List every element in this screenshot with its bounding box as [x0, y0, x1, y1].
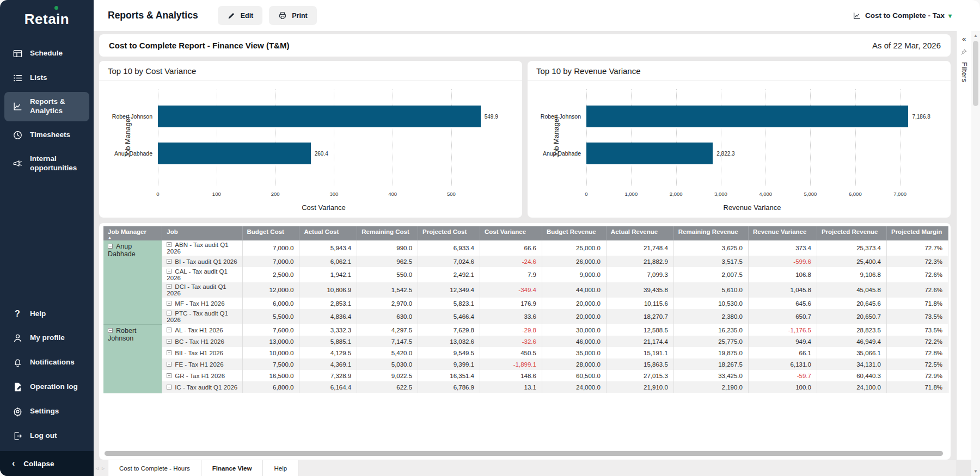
- expand-job-icon[interactable]: [167, 350, 171, 355]
- sidebar-item-settings[interactable]: Settings: [4, 401, 89, 422]
- help-icon: ?: [12, 309, 23, 319]
- expand-job-icon[interactable]: [167, 385, 171, 390]
- value-cell: 9,022.5: [357, 370, 418, 381]
- job-manager-cell[interactable]: Anup Dabhade: [103, 240, 162, 324]
- scroll-up-arrow-icon[interactable]: ▲: [971, 33, 980, 38]
- expand-job-icon[interactable]: [167, 301, 171, 306]
- chevrons-left-icon[interactable]: «: [962, 36, 966, 42]
- expand-job-icon[interactable]: [167, 284, 171, 289]
- sidebar-item-operation-log[interactable]: Operation log: [4, 376, 89, 398]
- column-header-job[interactable]: Job: [162, 226, 242, 240]
- job-manager-cell[interactable]: Robert Johnson: [103, 324, 162, 393]
- tab-finance-view[interactable]: Finance View: [201, 460, 264, 476]
- sidebar-item-lists[interactable]: Lists: [4, 67, 89, 89]
- expand-job-icon[interactable]: [167, 311, 171, 316]
- bar-robert-johnson[interactable]: [586, 106, 908, 127]
- column-header-actual-cost[interactable]: Actual Cost: [299, 226, 357, 240]
- column-header-cost-variance[interactable]: Cost Variance: [480, 226, 542, 240]
- job-cell[interactable]: MF - Tax H1 2026: [162, 298, 242, 309]
- job-cell[interactable]: IC - Tax audit Q1 2026: [162, 381, 242, 393]
- expand-job-icon[interactable]: [167, 242, 171, 247]
- bar-value-label: 549.9: [485, 114, 498, 120]
- job-cell[interactable]: FE - Tax H1 2026: [162, 358, 242, 370]
- expand-job-icon[interactable]: [167, 327, 171, 332]
- print-button-label: Print: [292, 12, 307, 20]
- tab-next-arrow-icon[interactable]: ▹: [102, 465, 105, 471]
- timesheets-icon: [12, 130, 23, 140]
- filters-panel-label[interactable]: Filters: [960, 62, 968, 83]
- job-cell[interactable]: PTC - Tax audit Q1 2026: [162, 309, 242, 324]
- vertical-scrollbar[interactable]: ▲ ▼: [971, 31, 980, 476]
- value-cell: 33,425.0: [673, 370, 748, 381]
- job-cell[interactable]: GR - Tax H1 2026: [162, 370, 242, 381]
- gridline: [855, 89, 856, 186]
- sidebar-item-notifications[interactable]: Notifications: [4, 352, 89, 373]
- collapse-group-icon[interactable]: [108, 244, 113, 249]
- value-cell: 26,000.0: [542, 256, 606, 267]
- bar-anup-dabhade[interactable]: [158, 143, 311, 164]
- column-header-remaining-revenue[interactable]: Remaining Revenue: [673, 226, 748, 240]
- sidebar-item-label: Lists: [30, 73, 47, 83]
- column-header-job-manager[interactable]: Job Manager▲: [103, 226, 162, 240]
- pin-icon[interactable]: [960, 48, 967, 55]
- value-cell: 71.8%: [886, 381, 948, 393]
- job-cell[interactable]: CAL - Tax audit Q1 2026: [162, 267, 242, 282]
- report-selector-label: Cost to Complete - Tax: [865, 11, 945, 20]
- value-cell: 10,000.0: [242, 347, 299, 358]
- bar-anup-dabhade[interactable]: [586, 143, 713, 164]
- value-cell: 7,328.9: [299, 370, 357, 381]
- expand-job-icon[interactable]: [167, 269, 171, 274]
- sidebar-item-timesheets[interactable]: Timesheets: [4, 125, 89, 146]
- report-selector-dropdown[interactable]: Cost to Complete - Tax ▾: [853, 11, 952, 20]
- sidebar-item-log-out[interactable]: Log out: [4, 425, 89, 447]
- job-cell[interactable]: ABN - Tax audit Q1 2026: [162, 240, 242, 256]
- job-cell[interactable]: BC - Tax H1 2026: [162, 336, 242, 347]
- value-cell: 7,000.0: [242, 256, 299, 267]
- job-cell[interactable]: BI - Tax audit Q1 2026: [162, 256, 242, 267]
- sidebar-item-my-profile[interactable]: My profile: [4, 327, 89, 349]
- tab-cost-to-complete-hours[interactable]: Cost to Complete - Hours: [108, 460, 201, 476]
- value-cell: 4,129.5: [299, 347, 357, 358]
- expand-job-icon[interactable]: [167, 339, 171, 344]
- sidebar-item-help[interactable]: ?Help: [4, 304, 89, 324]
- value-cell: 28,000.0: [542, 358, 606, 370]
- retain-logo: Retain: [24, 11, 69, 28]
- edit-button[interactable]: Edit: [218, 6, 263, 25]
- job-cell[interactable]: AL - Tax H1 2026: [162, 324, 242, 336]
- column-header-projected-margin[interactable]: Projected Margin: [886, 226, 948, 240]
- sidebar-collapse-button[interactable]: ‹ Collapse: [0, 451, 94, 476]
- column-header-actual-revenue[interactable]: Actual Revenue: [606, 226, 673, 240]
- bar-robert-johnson[interactable]: [158, 106, 481, 127]
- job-cell[interactable]: DCI - Tax audit Q1 2026: [162, 282, 242, 298]
- vertical-scrollbar-thumb[interactable]: [973, 41, 978, 106]
- tab-help[interactable]: Help: [263, 460, 298, 476]
- value-cell: 990.0: [357, 240, 418, 256]
- column-header-projected-revenue[interactable]: Projected Revenue: [817, 226, 886, 240]
- value-cell: 1,542.5: [357, 282, 418, 298]
- scroll-down-arrow-icon[interactable]: ▼: [971, 469, 980, 474]
- expand-job-icon[interactable]: [167, 259, 171, 264]
- value-cell: 72.5%: [886, 358, 948, 370]
- print-button[interactable]: Print: [269, 6, 316, 25]
- column-header-revenue-variance[interactable]: Revenue Variance: [748, 226, 817, 240]
- horizontal-scrollbar[interactable]: [105, 451, 943, 456]
- bar-value-label: 2,822.3: [716, 151, 734, 157]
- value-cell: 72.6%: [886, 282, 948, 298]
- value-cell: 13,032.6: [418, 336, 480, 347]
- tab-prev-arrow-icon[interactable]: ◃: [96, 465, 99, 471]
- column-header-budget-revenue[interactable]: Budget Revenue: [542, 226, 606, 240]
- value-cell: 2,492.1: [418, 267, 480, 282]
- sidebar-item-reports-analytics[interactable]: Reports & Analytics: [4, 92, 89, 121]
- column-header-remaining-cost[interactable]: Remaining Cost: [357, 226, 418, 240]
- column-header-projected-cost[interactable]: Projected Cost: [418, 226, 480, 240]
- expand-job-icon[interactable]: [167, 362, 171, 367]
- column-header-budget-cost[interactable]: Budget Cost: [242, 226, 299, 240]
- sidebar-item-schedule[interactable]: Schedule: [4, 43, 89, 64]
- job-cell[interactable]: BII - Tax H1 2026: [162, 347, 242, 358]
- sidebar-item-internal-opportunities[interactable]: Internal opportunities: [4, 149, 89, 178]
- collapse-group-icon[interactable]: [108, 328, 113, 333]
- gridline: [810, 89, 811, 186]
- expand-job-icon[interactable]: [167, 373, 171, 378]
- value-cell: 10,530.0: [673, 298, 748, 309]
- profile-icon: [12, 333, 23, 343]
